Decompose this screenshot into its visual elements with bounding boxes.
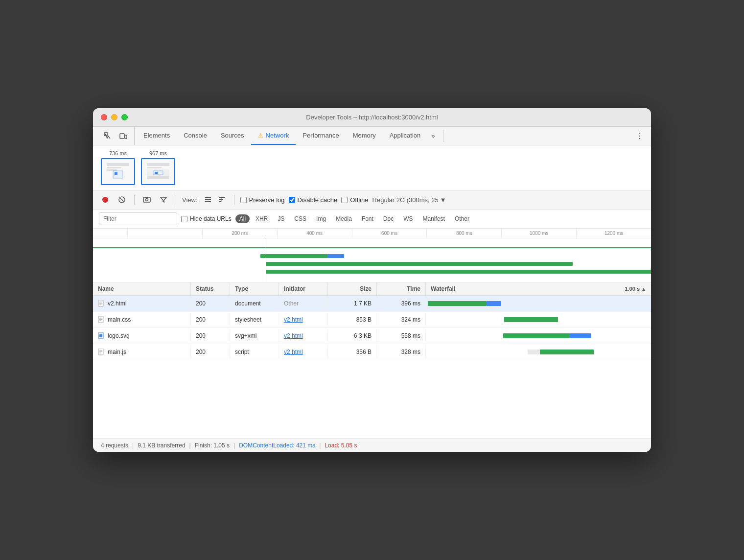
filter-button[interactable]	[157, 193, 170, 206]
status-sep-1: |	[132, 442, 134, 449]
svg-rect-23	[205, 199, 211, 200]
td-status-mainjs: 200	[191, 346, 230, 358]
screenshot-1[interactable]: 736 ms	[101, 150, 135, 185]
td-size-maincss: 853 B	[328, 313, 377, 326]
td-waterfall-mainjs	[426, 344, 651, 360]
toolbar-sep-3	[234, 195, 234, 205]
clear-button[interactable]	[116, 193, 128, 206]
td-waterfall-v2html	[426, 296, 651, 311]
td-type-maincss: stylesheet	[230, 313, 279, 326]
td-initiator-maincss[interactable]: v2.html	[279, 313, 328, 326]
timeline-bar-css-green	[266, 262, 573, 266]
tab-application[interactable]: Application	[383, 127, 428, 145]
td-initiator-logosvg[interactable]: v2.html	[279, 329, 328, 342]
finish-time: Finish: 1.05 s	[195, 442, 230, 449]
tab-network[interactable]: ⚠ Network	[251, 127, 296, 145]
svg-point-20	[146, 199, 148, 201]
td-time-maincss: 324 ms	[377, 313, 426, 326]
timeline-bar-v2html-green	[260, 254, 327, 258]
status-sep-2: |	[189, 442, 191, 449]
record-button[interactable]	[99, 193, 112, 206]
inspect-element-icon[interactable]	[101, 129, 115, 143]
list-view-button[interactable]	[202, 193, 214, 206]
tab-console[interactable]: Console	[177, 127, 214, 145]
filter-pill-font[interactable]: Font	[358, 214, 377, 223]
offline-checkbox[interactable]	[341, 197, 348, 203]
screenshot-thumb-2[interactable]	[141, 158, 175, 185]
filter-pill-other[interactable]: Other	[451, 214, 473, 223]
timeline-vertical-line	[266, 238, 266, 282]
screenshot-2[interactable]: 967 ms	[141, 150, 175, 185]
td-initiator-mainjs[interactable]: v2.html	[279, 346, 328, 358]
more-tabs-button[interactable]: »	[427, 127, 439, 145]
ruler-tick-600: 600 ms	[352, 229, 427, 238]
ruler-tick-1200: 1200 ms	[576, 229, 651, 238]
filter-pill-img[interactable]: Img	[312, 214, 330, 223]
dom-content-loaded: DOMContentLoaded: 421 ms	[239, 442, 315, 449]
table-row[interactable]: v2.html 200 document Other 1.7 KB 396 ms	[93, 296, 651, 312]
filter-pill-manifest[interactable]: Manifest	[419, 214, 449, 223]
screenshot-thumb-1[interactable]	[101, 158, 135, 185]
filter-pill-media[interactable]: Media	[332, 214, 356, 223]
wf-svg-green	[503, 333, 569, 338]
waterfall-sort-icon[interactable]: ▲	[641, 286, 646, 292]
ruler-tick-400: 400 ms	[277, 229, 352, 238]
td-initiator-v2html: Other	[279, 297, 328, 310]
capture-screenshot-button[interactable]	[140, 193, 153, 206]
svg-rect-11	[147, 167, 162, 168]
hide-data-urls-label[interactable]: Hide data URLs	[181, 215, 232, 222]
filter-pill-ws[interactable]: WS	[399, 214, 417, 223]
devtools-menu-button[interactable]: ⋮	[631, 127, 647, 145]
table-row[interactable]: logo.svg 200 svg+xml v2.html 6.3 KB 558 …	[93, 328, 651, 344]
th-type: Type	[230, 282, 279, 295]
td-status-v2html: 200	[191, 297, 230, 310]
th-size: Size	[328, 282, 377, 295]
filter-pill-js[interactable]: JS	[274, 214, 288, 223]
title-bar: Developer Tools – http://localhost:3000/…	[93, 108, 651, 127]
status-sep-3: |	[233, 442, 235, 449]
table-row[interactable]: main.css 200 stylesheet v2.html 853 B 32…	[93, 312, 651, 328]
svg-rect-14	[155, 172, 158, 174]
disable-cache-label[interactable]: Disable cache	[289, 196, 338, 204]
filter-bar: Hide data URLs All XHR JS CSS Img Media …	[93, 210, 651, 229]
table-row[interactable]: main.js 200 script v2.html 356 B 328 ms	[93, 344, 651, 360]
html-file-icon	[98, 300, 105, 307]
devtools-icons	[97, 127, 135, 145]
td-name-mainjs: main.js	[93, 346, 191, 358]
timeline-content	[93, 238, 651, 282]
filter-pill-xhr[interactable]: XHR	[252, 214, 272, 223]
throttle-selector[interactable]: Regular 2G (300ms, 25 ▼	[372, 196, 446, 204]
th-status: Status	[191, 282, 230, 295]
maximize-button[interactable]	[121, 114, 128, 120]
filter-pill-doc[interactable]: Doc	[379, 214, 397, 223]
td-name-logosvg: logo.svg	[93, 329, 191, 342]
tab-sources[interactable]: Sources	[214, 127, 251, 145]
td-size-v2html: 1.7 KB	[328, 297, 377, 310]
svg-rect-27	[219, 201, 221, 202]
timeline-area: 200 ms 400 ms 600 ms 800 ms 1000 ms 1200…	[93, 229, 651, 282]
filter-input[interactable]	[99, 212, 177, 225]
minimize-button[interactable]	[111, 114, 117, 120]
td-time-v2html: 396 ms	[377, 297, 426, 310]
svg-rect-2	[125, 135, 127, 139]
waterfall-view-button[interactable]	[215, 193, 228, 206]
device-toggle-icon[interactable]	[116, 129, 130, 143]
filter-pill-css[interactable]: CSS	[290, 214, 310, 223]
css-file-icon	[98, 316, 105, 323]
disable-cache-checkbox[interactable]	[289, 197, 295, 203]
preserve-log-label[interactable]: Preserve log	[240, 196, 285, 204]
preserve-log-checkbox[interactable]	[240, 197, 247, 203]
hide-data-urls-checkbox[interactable]	[181, 216, 187, 222]
timeline-bar-long-green	[266, 270, 651, 274]
svg-rect-1	[120, 134, 124, 139]
ruler-tick-1000: 1000 ms	[501, 229, 576, 238]
offline-label[interactable]: Offline	[341, 196, 368, 204]
tab-performance[interactable]: Performance	[296, 127, 346, 145]
svg-rect-4	[107, 163, 129, 166]
filter-pill-all[interactable]: All	[235, 214, 250, 223]
tab-memory[interactable]: Memory	[346, 127, 383, 145]
wf-v2html-green	[428, 301, 487, 306]
close-button[interactable]	[101, 114, 107, 120]
tab-elements[interactable]: Elements	[137, 127, 177, 145]
timeline-green-line	[93, 247, 651, 248]
